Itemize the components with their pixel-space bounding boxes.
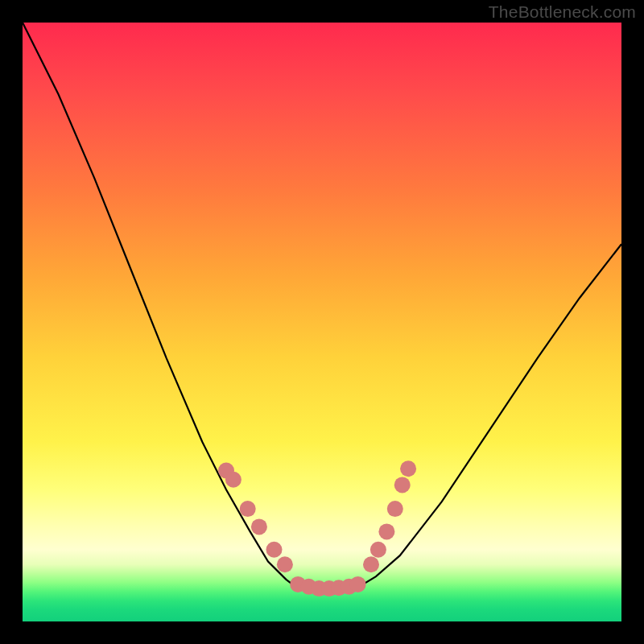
- bottleneck-curve: [23, 23, 621, 590]
- data-marker: [400, 460, 416, 477]
- data-marker: [378, 523, 394, 539]
- chart-svg: [23, 23, 621, 621]
- data-marker: [225, 472, 242, 488]
- watermark-text: TheBottleneck.com: [489, 2, 636, 22]
- data-marker: [240, 501, 256, 517]
- data-marker: [394, 477, 411, 493]
- data-marker: [277, 556, 293, 572]
- data-marker: [370, 542, 386, 558]
- chart-frame: TheBottleneck.com: [0, 0, 644, 644]
- data-marker: [350, 576, 366, 592]
- data-marker: [251, 518, 267, 535]
- data-marker: [266, 542, 283, 558]
- data-marker: [363, 556, 379, 572]
- data-marker: [387, 501, 403, 517]
- plot-area: [23, 23, 621, 621]
